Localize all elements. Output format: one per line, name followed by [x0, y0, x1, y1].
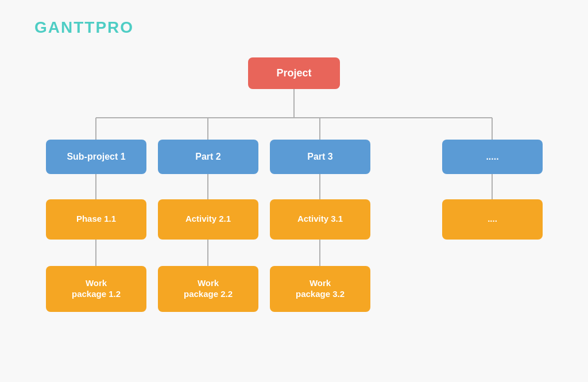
project-node: Project [248, 57, 340, 89]
part-2-label: Part 2 [158, 140, 258, 174]
phase-1-1-label: Phase 1.1 [46, 199, 146, 240]
activity-3-1-node: Activity 3.1 [270, 199, 370, 240]
project-label: Project [248, 57, 340, 89]
part-3-node: Part 3 [270, 140, 370, 174]
work-package-3-2-node: Workpackage 3.2 [270, 266, 370, 312]
ellipsis-2-label: .... [442, 199, 543, 240]
ellipsis-1-node: ..... [442, 140, 543, 174]
ellipsis-1-label: ..... [442, 140, 543, 174]
activity-2-1-node: Activity 2.1 [158, 199, 258, 240]
work-package-1-2-node: Workpackage 1.2 [46, 266, 146, 312]
ellipsis-2-node: .... [442, 199, 543, 240]
activity-3-1-label: Activity 3.1 [270, 199, 370, 240]
sub-project-1-node: Sub-project 1 [46, 140, 146, 174]
work-package-3-2-label: Workpackage 3.2 [270, 266, 370, 312]
work-package-1-2-label: Workpackage 1.2 [46, 266, 146, 312]
activity-2-1-label: Activity 2.1 [158, 199, 258, 240]
work-package-2-2-label: Workpackage 2.2 [158, 266, 258, 312]
work-package-2-2-node: Workpackage 2.2 [158, 266, 258, 312]
logo: GANTTPRO [34, 18, 134, 37]
diagram-area: Project Sub-project 1 Part 2 Part 3 ....… [0, 37, 588, 382]
part-3-label: Part 3 [270, 140, 370, 174]
sub-project-1-label: Sub-project 1 [46, 140, 146, 174]
part-2-node: Part 2 [158, 140, 258, 174]
phase-1-1-node: Phase 1.1 [46, 199, 146, 240]
diagram-container: Project Sub-project 1 Part 2 Part 3 ....… [30, 55, 558, 353]
